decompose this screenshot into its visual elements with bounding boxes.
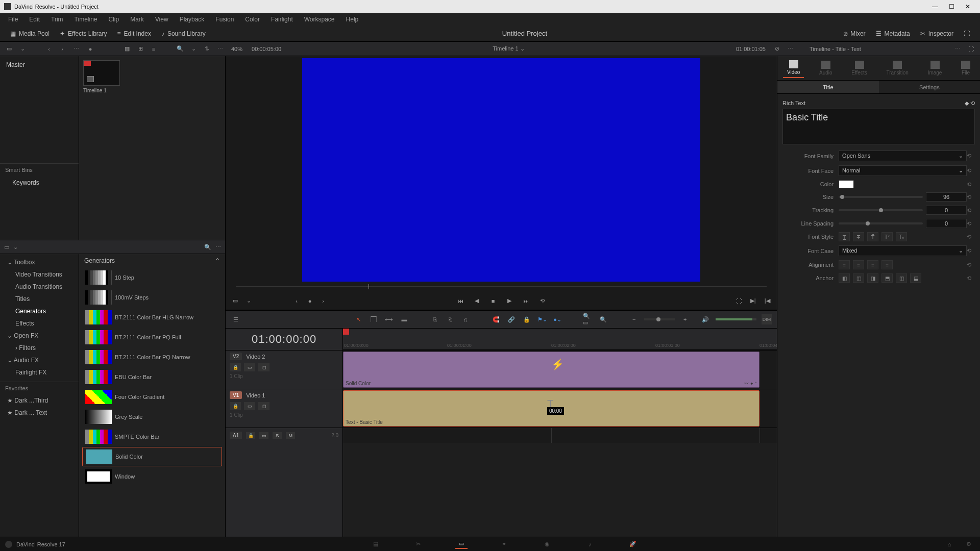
effects-library-toggle[interactable]: ✦Effects Library <box>55 28 112 39</box>
favorite-item[interactable]: ★ Dark ...Third <box>0 394 79 407</box>
home-icon[interactable]: ⌂ <box>943 540 955 549</box>
anchor-right-button[interactable]: ◨ <box>867 273 878 283</box>
dots-icon[interactable]: ⋯ <box>70 45 82 52</box>
minimize-button[interactable]: — <box>927 2 943 11</box>
track-header-a1[interactable]: A1 🔒 ▭ S M 2.0 <box>226 428 342 443</box>
link-icon[interactable]: 🔗 <box>506 314 517 324</box>
audio-transitions-node[interactable]: Audio Transitions <box>0 281 79 293</box>
prev-clip-icon[interactable]: |◀ <box>763 296 772 306</box>
menu-file[interactable]: File <box>3 14 23 25</box>
timeline-ruler[interactable]: 01:00:00:00 01:00:01:00 01:00:02:00 01:0… <box>343 329 777 350</box>
video-transitions-node[interactable]: Video Transitions <box>0 268 79 281</box>
menu-view[interactable]: View <box>150 14 174 25</box>
lock-track-icon[interactable]: 🔒 <box>230 402 241 410</box>
volume-icon[interactable]: 🔊 <box>700 314 710 324</box>
font-case-dropdown[interactable]: Mixed⌄ <box>839 245 967 256</box>
selection-tool-icon[interactable]: ↖ <box>353 314 363 324</box>
menu-trim[interactable]: Trim <box>46 14 68 25</box>
viewer[interactable] <box>226 56 777 282</box>
edit-index-toggle[interactable]: ≡Edit Index <box>112 28 156 39</box>
dim-button[interactable]: DIM <box>762 314 772 324</box>
overwrite-icon[interactable]: ⎗ <box>445 314 455 324</box>
clip-item[interactable]: Timeline 1 <box>83 60 221 93</box>
size-input[interactable]: 96 <box>926 192 967 202</box>
marker-tool-icon[interactable]: ●⌄ <box>552 314 562 324</box>
overline-button[interactable]: T̄ <box>867 232 878 241</box>
track-header-v2[interactable]: V2Video 2 🔒▭◻ 1 Clip <box>226 350 342 389</box>
reset-icon[interactable]: ⟲ <box>967 275 975 282</box>
title-text-input[interactable] <box>782 109 975 144</box>
search-icon[interactable]: 🔍 <box>598 314 608 324</box>
expand-toggle[interactable]: ⛶ <box>959 28 975 39</box>
options-icon[interactable]: ⋯ <box>215 244 221 251</box>
dynamic-trim-icon[interactable]: ⟷ <box>384 314 394 324</box>
sound-library-toggle[interactable]: ♪Sound Library <box>156 28 211 39</box>
toolbox-node[interactable]: ⌄ Toolbox <box>0 256 79 268</box>
deliver-page-icon[interactable]: 🚀 <box>627 540 639 549</box>
flag-icon[interactable]: ⚑⌄ <box>537 314 547 324</box>
clip-controls-icon[interactable]: 〰 ◆ ⌃ <box>744 381 757 386</box>
font-family-dropdown[interactable]: Open Sans⌄ <box>839 151 967 161</box>
layout-icon[interactable]: ▭ <box>4 244 9 251</box>
generator-item[interactable]: SMPTE Color Bar <box>82 427 222 446</box>
snap-icon[interactable]: 🧲 <box>491 314 501 324</box>
metadata-toggle[interactable]: ☰Metadata <box>871 28 915 39</box>
titles-node[interactable]: Titles <box>0 293 79 305</box>
menu-clip[interactable]: Clip <box>103 14 124 25</box>
search-icon[interactable]: 🔍 <box>175 44 185 54</box>
line-spacing-input[interactable]: 0 <box>926 219 967 228</box>
nav-fwd-icon[interactable]: › <box>57 44 67 54</box>
menu-playback[interactable]: Playback <box>175 14 210 25</box>
effects-node[interactable]: Effects <box>0 317 79 330</box>
track-tag[interactable]: V2 <box>230 353 242 360</box>
solo-icon[interactable]: S <box>273 432 282 439</box>
generator-item[interactable]: Four Color Gradient <box>82 387 222 407</box>
bin-view-icon[interactable]: ▭ <box>4 44 14 54</box>
tab-video[interactable]: Video <box>783 58 804 78</box>
zoom-percent[interactable]: 40% <box>228 46 246 52</box>
options-icon[interactable]: ⋯ <box>785 44 795 54</box>
zoom-out-icon[interactable]: − <box>629 314 639 324</box>
master-bin[interactable]: Master <box>0 58 79 71</box>
color-page-icon[interactable]: ◉ <box>541 540 553 549</box>
cut-page-icon[interactable]: ✂ <box>412 540 425 549</box>
tracking-slider[interactable] <box>839 209 923 211</box>
generator-item[interactable]: 10 Step <box>82 268 222 287</box>
inspector-expand-icon[interactable]: ⛶ <box>966 44 976 54</box>
sort-icon[interactable]: ⇅ <box>202 44 212 54</box>
volume-slider[interactable] <box>716 318 756 320</box>
search-icon[interactable]: 🔍 <box>204 244 211 251</box>
trim-tool-icon[interactable]: ⎾⏋ <box>369 314 379 324</box>
align-left-button[interactable]: ≡ <box>839 260 850 269</box>
menu-fusion[interactable]: Fusion <box>210 14 239 25</box>
align-justify-button[interactable]: ≡ <box>881 260 893 269</box>
nav-back-icon[interactable]: ‹ <box>44 44 54 54</box>
fairlightfx-node[interactable]: Fairlight FX <box>0 366 79 379</box>
generators-node[interactable]: Generators <box>0 305 79 317</box>
generator-item[interactable]: EBU Color Bar <box>82 367 222 387</box>
thumb-view-icon[interactable]: ▦ <box>122 44 132 54</box>
last-frame-icon[interactable]: ⏭ <box>521 296 530 306</box>
anchor-left-button[interactable]: ◧ <box>839 273 850 283</box>
prev-edit-icon[interactable]: ‹ <box>292 296 301 306</box>
tab-image[interactable]: Image <box>924 59 946 78</box>
menu-timeline[interactable]: Timeline <box>69 14 103 25</box>
generator-item[interactable]: 100mV Steps <box>82 288 222 307</box>
lock-icon[interactable]: 🔒 <box>522 314 532 324</box>
search-timeline-icon[interactable]: 🔍▭ <box>583 314 593 324</box>
chevron-down-icon[interactable]: ⌄ <box>188 44 199 54</box>
tab-transition[interactable]: Transition <box>882 59 913 78</box>
keywords-bin[interactable]: Keywords <box>0 176 79 189</box>
mixer-toggle[interactable]: ⎚Mixer <box>839 28 870 39</box>
settings-icon[interactable]: ⚙ <box>963 540 975 549</box>
reset-icon[interactable]: ⟲ <box>967 153 975 159</box>
generator-item[interactable]: BT.2111 Color Bar PQ Full <box>82 328 222 347</box>
align-center-button[interactable]: ≡ <box>853 260 864 269</box>
anchor-top-button[interactable]: ⬒ <box>881 273 893 283</box>
generator-item[interactable]: Solid Color <box>82 447 222 466</box>
fullscreen-icon[interactable]: ⛶ <box>734 296 743 306</box>
playhead-icon[interactable] <box>343 329 349 335</box>
generator-item[interactable]: BT.2111 Color Bar PQ Narrow <box>82 347 222 367</box>
edit-page-icon[interactable]: ▭ <box>455 540 468 549</box>
favorite-item[interactable]: ★ Dark ... Text <box>0 407 79 419</box>
